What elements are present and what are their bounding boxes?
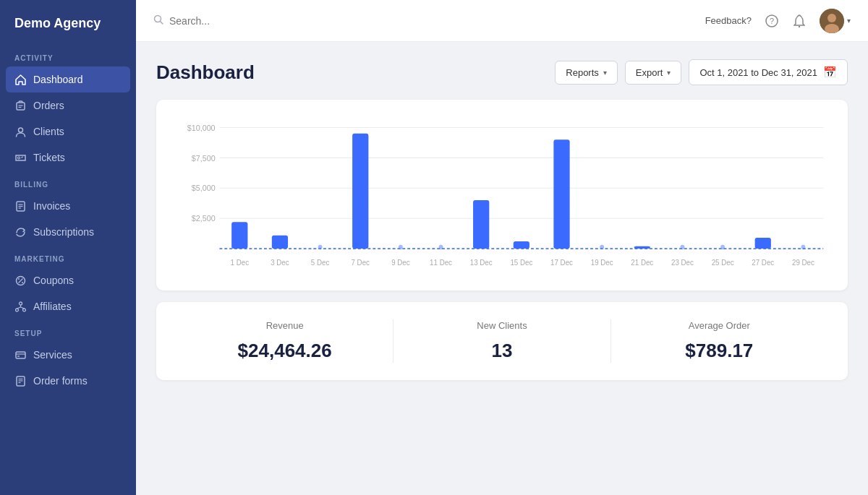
svg-text:15 Dec: 15 Dec	[510, 259, 532, 267]
svg-text:$2,500: $2,500	[192, 214, 216, 223]
stat-label-revenue: Revenue	[176, 320, 393, 331]
clients-icon	[14, 126, 26, 137]
sidebar-item-services[interactable]: Services	[0, 342, 136, 368]
svg-point-3	[18, 128, 22, 132]
svg-rect-0	[17, 103, 25, 110]
svg-point-53	[439, 245, 443, 249]
svg-point-65	[681, 245, 685, 249]
svg-text:17 Dec: 17 Dec	[550, 259, 573, 267]
svg-text:9 Dec: 9 Dec	[391, 259, 409, 267]
svg-text:$10,000: $10,000	[187, 123, 216, 132]
sidebar-item-label-tickets: Tickets	[33, 152, 65, 163]
page-header: Dashboard Reports ▾ Export ▾ Oct 1, 2021…	[156, 59, 848, 85]
export-button[interactable]: Export ▾	[625, 61, 682, 85]
svg-line-27	[161, 22, 163, 25]
avatar-chevron-icon: ▾	[847, 17, 851, 25]
invoices-icon	[14, 200, 26, 212]
sidebar-item-clients[interactable]: Clients	[0, 119, 136, 145]
stat-value-revenue: $24,464.26	[176, 340, 393, 362]
svg-text:?: ?	[770, 17, 774, 25]
svg-point-13	[19, 302, 22, 305]
svg-rect-59	[553, 139, 569, 249]
svg-point-61	[600, 245, 604, 249]
svg-rect-19	[16, 352, 25, 358]
sidebar-item-label-clients: Clients	[33, 126, 64, 137]
sidebar-item-coupons[interactable]: Coupons	[0, 267, 136, 293]
sidebar: Demo Agency ACTIVITYDashboardOrdersClien…	[0, 0, 136, 495]
sidebar-item-label-coupons: Coupons	[33, 275, 74, 286]
sidebar-section-activity: ACTIVITY	[0, 44, 136, 66]
svg-text:27 Dec: 27 Dec	[752, 259, 774, 267]
page-title: Dashboard	[156, 61, 255, 84]
coupons-icon	[14, 275, 26, 286]
svg-text:19 Dec: 19 Dec	[591, 259, 613, 267]
user-avatar-wrap[interactable]: ▾	[820, 9, 851, 33]
chart-area: $2,500$5,000$7,500$10,0001 Dec3 Dec5 Dec…	[174, 120, 830, 279]
content-area: Dashboard Reports ▾ Export ▾ Oct 1, 2021…	[136, 42, 868, 495]
feedback-link[interactable]: Feedback?	[705, 15, 752, 26]
orderforms-icon	[14, 375, 26, 387]
stat-item-revenue: Revenue$24,464.26	[176, 320, 393, 362]
sidebar-item-label-affiliates: Affiliates	[33, 301, 72, 312]
svg-rect-45	[272, 236, 288, 249]
sidebar-item-orders[interactable]: Orders	[0, 92, 136, 119]
svg-text:1 Dec: 1 Dec	[231, 259, 249, 267]
sidebar-item-subscriptions[interactable]: Subscriptions	[0, 219, 136, 245]
svg-rect-63	[634, 246, 650, 249]
search-input[interactable]	[169, 15, 314, 27]
svg-rect-69	[755, 238, 771, 249]
date-range-button[interactable]: Oct 1, 2021 to Dec 31, 2021 📅	[689, 59, 848, 85]
sidebar-item-label-order-forms: Order forms	[33, 375, 88, 387]
svg-text:21 Dec: 21 Dec	[631, 259, 653, 267]
svg-rect-57	[514, 241, 529, 249]
subscriptions-icon	[14, 226, 26, 238]
stat-item-average-order: Average Order$789.17	[611, 320, 827, 362]
svg-point-67	[720, 245, 725, 249]
sidebar-item-order-forms[interactable]: Order forms	[0, 368, 136, 394]
search-icon	[153, 14, 163, 27]
stats-card: Revenue$24,464.26New Clients13Average Or…	[156, 302, 848, 380]
tickets-icon	[14, 152, 26, 163]
brand-name: Demo Agency	[0, 0, 136, 44]
search-wrap	[153, 14, 694, 27]
stat-value-new-clients: 13	[393, 340, 610, 362]
reports-button[interactable]: Reports ▾	[555, 61, 618, 85]
sidebar-item-affiliates[interactable]: Affiliates	[0, 293, 136, 319]
svg-rect-55	[473, 200, 489, 249]
stat-item-new-clients: New Clients13	[393, 320, 610, 362]
reports-chevron-icon: ▾	[603, 69, 607, 77]
svg-text:23 Dec: 23 Dec	[671, 259, 694, 267]
sidebar-section-marketing: MARKETING	[0, 245, 136, 267]
svg-point-30	[799, 25, 800, 27]
sidebar-item-tickets[interactable]: Tickets	[0, 145, 136, 171]
svg-rect-43	[231, 222, 247, 249]
sidebar-item-invoices[interactable]: Invoices	[0, 193, 136, 219]
topbar: Feedback? ?	[136, 0, 868, 42]
svg-point-15	[22, 309, 25, 311]
home-icon	[14, 74, 26, 85]
chart-card: $2,500$5,000$7,500$10,0001 Dec3 Dec5 Dec…	[156, 100, 848, 290]
notification-icon[interactable]	[792, 14, 807, 28]
svg-text:5 Dec: 5 Dec	[311, 259, 329, 267]
stat-value-average-order: $789.17	[611, 340, 827, 362]
help-icon[interactable]: ?	[765, 14, 779, 28]
svg-text:25 Dec: 25 Dec	[712, 259, 734, 267]
svg-text:3 Dec: 3 Dec	[271, 259, 289, 267]
sidebar-item-dashboard[interactable]: Dashboard	[6, 66, 130, 92]
topbar-right: Feedback? ?	[705, 9, 851, 33]
export-chevron-icon: ▾	[667, 69, 671, 77]
bar-chart: $2,500$5,000$7,500$10,0001 Dec3 Dec5 Dec…	[174, 120, 830, 279]
svg-text:29 Dec: 29 Dec	[792, 259, 814, 267]
sidebar-item-label-dashboard: Dashboard	[33, 74, 83, 85]
main-area: Feedback? ?	[136, 0, 868, 495]
svg-rect-21	[17, 356, 20, 357]
sidebar-section-billing: BILLING	[0, 171, 136, 193]
orders-icon	[14, 100, 26, 111]
svg-text:$7,500: $7,500	[192, 153, 216, 162]
svg-rect-49	[352, 134, 368, 249]
sidebar-section-setup: SETUP	[0, 319, 136, 342]
svg-point-32	[827, 14, 836, 22]
sidebar-item-label-services: Services	[33, 349, 72, 361]
stat-label-average-order: Average Order	[611, 320, 827, 331]
affiliates-icon	[14, 301, 26, 312]
